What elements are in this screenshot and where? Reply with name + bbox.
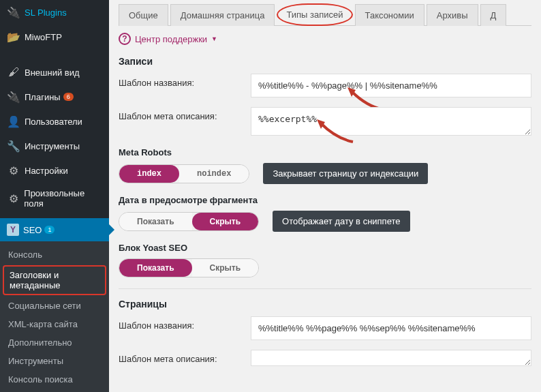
tab-other[interactable]: Д (480, 4, 507, 26)
hide-option[interactable]: Скрыть (192, 259, 259, 277)
chevron-down-icon: ▼ (211, 35, 217, 42)
active-arrow-icon (109, 224, 114, 235)
folder-icon: 📂 (7, 30, 20, 44)
submenu-search-console[interactable]: Консоль поиска (0, 370, 109, 389)
sidebar-item-seo[interactable]: YSEO1 (0, 218, 109, 241)
tab-archives[interactable]: Архивы (427, 4, 478, 26)
pages-meta-desc-label: Шаблон мета описания: (119, 350, 251, 364)
help-icon: ? (119, 33, 131, 45)
posts-heading: Записи (119, 56, 531, 67)
meta-desc-input[interactable] (251, 107, 531, 136)
main-content: Общие Домашняя страница Типы записей Так… (109, 0, 541, 392)
sidebar-item-plugins[interactable]: 🔌Плагины6 (0, 85, 109, 109)
date-preview-toggle: Показать Скрыть (119, 212, 259, 231)
submenu-tools[interactable]: Инструменты (0, 352, 109, 370)
gear-icon: ⚙ (7, 192, 20, 205)
plugin-icon: 🔌 (7, 90, 20, 104)
sidebar-item-settings[interactable]: ⚙Настройки (0, 158, 109, 183)
admin-sidebar: 🔌SL Plugins 📂MiwoFTP 🖌Внешний вид 🔌Плаги… (0, 0, 109, 392)
date-preview-tooltip: Отображает дату в сниппете (273, 211, 409, 232)
notification-badge: 1 (44, 226, 55, 234)
user-icon: 👤 (7, 115, 20, 128)
submenu-console[interactable]: Консоль (0, 245, 109, 264)
pages-heading: Страницы (119, 299, 531, 310)
submenu-extensions[interactable]: Расширения (0, 389, 109, 392)
wrench-icon: 🔧 (7, 139, 20, 153)
plugin-icon: 🔌 (7, 5, 20, 19)
meta-robots-heading: Meta Robots (119, 147, 531, 157)
tab-nav: Общие Домашняя страница Типы записей Так… (119, 3, 531, 26)
date-preview-heading: Дата в предосмотре фрагмента (119, 195, 531, 205)
title-template-input[interactable] (251, 74, 531, 97)
seo-submenu: Консоль Заголовки и метаданные Социальны… (0, 241, 109, 392)
section-separator (119, 288, 531, 289)
tab-general[interactable]: Общие (119, 4, 168, 26)
sidebar-item-sl-plugins[interactable]: 🔌SL Plugins (0, 0, 109, 25)
tab-homepage[interactable]: Домашняя страница (170, 4, 275, 26)
pages-meta-desc-input[interactable] (251, 350, 531, 366)
index-option[interactable]: index (119, 165, 179, 183)
tab-taxonomies[interactable]: Таксономии (355, 4, 424, 26)
gear-icon: ⚙ (7, 164, 20, 177)
sidebar-item-miwoftp[interactable]: 📂MiwoFTP (0, 25, 109, 49)
submenu-social[interactable]: Социальные сети (0, 297, 109, 315)
meta-desc-label: Шаблон мета описания: (119, 107, 251, 121)
sidebar-item-appearance[interactable]: 🖌Внешний вид (0, 60, 109, 85)
pages-title-template-label: Шаблон названия: (119, 316, 251, 331)
submenu-titles-meta[interactable]: Заголовки и метаданные (3, 265, 106, 295)
title-template-label: Шаблон названия: (119, 74, 251, 88)
update-badge: 6 (63, 93, 74, 101)
sidebar-item-custom-fields[interactable]: ⚙Произвольные поля (0, 183, 109, 214)
tab-post-types[interactable]: Типы записей (277, 3, 352, 26)
show-option[interactable]: Показать (119, 213, 192, 230)
submenu-xml-sitemap[interactable]: XML-карта сайта (0, 315, 109, 333)
meta-robots-toggle: index noindex (119, 164, 249, 183)
noindex-option[interactable]: noindex (179, 165, 249, 183)
yoast-block-heading: Блок Yoast SEO (119, 243, 531, 253)
yoast-block-toggle: Показать Скрыть (119, 258, 259, 277)
hide-option[interactable]: Скрыть (192, 213, 259, 230)
support-link[interactable]: ? Центр поддержки ▼ (119, 26, 531, 52)
submenu-advanced[interactable]: Дополнительно (0, 333, 109, 352)
sidebar-item-tools[interactable]: 🔧Инструменты (0, 134, 109, 158)
meta-robots-tooltip: Закрывает страницу от индексации (263, 163, 428, 184)
brush-icon: 🖌 (7, 65, 20, 79)
show-option[interactable]: Показать (119, 259, 192, 277)
pages-title-template-input[interactable] (251, 316, 531, 340)
sidebar-item-users[interactable]: 👤Пользователи (0, 109, 109, 134)
yoast-icon: Y (7, 224, 19, 236)
